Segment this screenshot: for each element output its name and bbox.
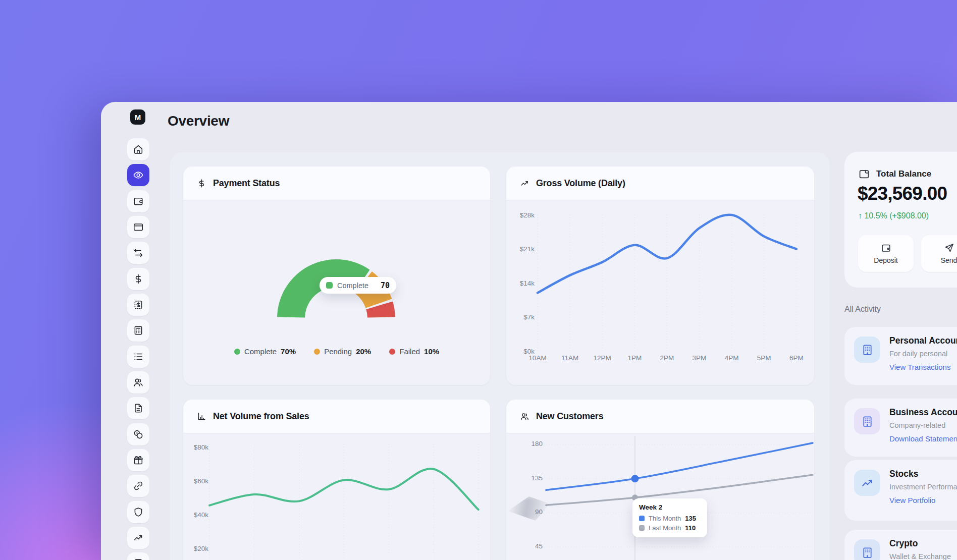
y-axis-tick: $21k: [506, 245, 535, 253]
tooltip-row-this-month: This Month135: [639, 515, 701, 522]
tooltip-title: Week 2: [639, 503, 701, 511]
sidebar-item-calculator[interactable]: [127, 319, 149, 342]
y-axis-tick: 180: [506, 440, 543, 447]
tooltip-swatch: [326, 282, 333, 289]
sidebar-item-rewards[interactable]: [127, 449, 149, 471]
sidebar-item-overview[interactable]: [127, 164, 149, 186]
sidebar-item-customers[interactable]: [127, 371, 149, 394]
page-title: Overview: [168, 113, 229, 129]
x-axis-tick: 6PM: [780, 354, 813, 362]
total-balance-header: Total Balance: [858, 168, 931, 180]
device-partial-icon: [133, 558, 144, 560]
x-axis-tick: 1PM: [618, 354, 651, 362]
card-title: Gross Volume (Daily): [536, 178, 625, 189]
y-axis-tick: $7k: [506, 313, 535, 321]
wallet-icon: [133, 196, 144, 207]
transfer-arrows-icon: [133, 247, 144, 258]
users-icon: [133, 377, 144, 388]
view-portfolio-link[interactable]: View Portfolio: [889, 496, 935, 505]
total-balance-label: Total Balance: [876, 169, 931, 179]
home-icon: [133, 144, 144, 155]
building-icon: [861, 343, 874, 357]
screen: M Overview: [0, 0, 957, 560]
sidebar-item-wallet[interactable]: [127, 190, 149, 212]
legend-item-pending: Pending20%: [314, 347, 371, 356]
send-button[interactable]: Send: [921, 235, 957, 272]
y-axis-tick: $60k: [183, 477, 208, 485]
sidebar-item-coins[interactable]: [127, 423, 149, 445]
sidebar-item-invoices[interactable]: [127, 294, 149, 316]
balance-change: ↑ 10.5% (+$908.00): [858, 211, 929, 220]
sidebar-item-cards[interactable]: [127, 216, 149, 238]
deposit-button[interactable]: Deposit: [858, 235, 914, 272]
legend-dot: [314, 349, 320, 355]
sidebar-item-documents[interactable]: [127, 397, 149, 419]
card-header: Gross Volume (Daily): [506, 166, 814, 200]
total-balance-card: Total Balance $23,569.00 ↑ 10.5% (+$908.…: [844, 152, 957, 288]
sidebar-item-transfers[interactable]: [127, 242, 149, 264]
account-subtitle: Company-related: [889, 421, 945, 429]
sidebar-item-list[interactable]: [127, 346, 149, 368]
account-icon-tile: [854, 337, 880, 363]
tooltip-label: Complete: [337, 282, 368, 290]
sidebar-item-device[interactable]: [127, 552, 149, 560]
legend-dot: [389, 349, 395, 355]
document-icon: [133, 403, 144, 414]
gauge-tooltip: Complete 70: [320, 277, 396, 294]
view-transactions-link[interactable]: View Transactions: [889, 363, 950, 371]
account-title: Stocks: [889, 469, 918, 479]
activity-card-stocks[interactable]: Stocks Investment Performance View Portf…: [844, 460, 957, 521]
send-plane-icon: [944, 243, 954, 253]
activity-card-crypto[interactable]: Crypto Wallet & Exchange: [844, 530, 957, 560]
link-icon: [133, 480, 144, 491]
account-icon-tile: [854, 408, 880, 434]
card-header: New Customers: [506, 400, 814, 433]
activity-card-personal-account[interactable]: Personal Account For daily personal View…: [844, 327, 957, 385]
x-axis-tick: 5PM: [748, 354, 780, 362]
trending-up-icon: [520, 179, 529, 188]
legend-dot: [234, 349, 240, 355]
card-header: Net Volume from Sales: [183, 400, 490, 433]
account-subtitle: For daily personal: [889, 350, 947, 358]
legend-item-failed: Failed10%: [389, 347, 439, 356]
y-axis-tick: 135: [506, 474, 543, 482]
y-axis-tick: 45: [506, 542, 543, 550]
y-axis-tick: $28k: [506, 211, 535, 219]
x-axis-tick: 12PM: [586, 354, 618, 362]
x-axis-tick: 11AM: [554, 354, 586, 362]
account-title: Personal Account: [889, 335, 957, 346]
logo-letter: M: [135, 113, 141, 122]
download-statement-link[interactable]: Download Statement: [889, 434, 957, 443]
total-balance-amount: $23,569.00: [858, 183, 947, 204]
sidebar-item-payments[interactable]: [127, 268, 149, 290]
bar-chart-icon: [197, 412, 206, 421]
x-axis-tick: 4PM: [716, 354, 748, 362]
chart-tooltip: Week 2 This Month135 Last Month110: [632, 498, 707, 537]
shield-icon: [133, 507, 144, 518]
y-axis-tick: $14k: [506, 279, 535, 287]
payment-status-card: Complete 70 Complete70% Pending20% Faile…: [183, 166, 490, 385]
account-title: Crypto: [889, 538, 918, 549]
sidebar-item-security[interactable]: [127, 501, 149, 523]
app-logo: M: [130, 109, 145, 125]
list-icon: [133, 351, 144, 362]
all-activity-label: All Activity: [844, 305, 881, 314]
account-subtitle: Wallet & Exchange: [889, 552, 951, 560]
card-title: Payment Status: [213, 178, 280, 189]
sidebar-item-analytics[interactable]: [127, 527, 149, 549]
activity-card-business-account[interactable]: Business Account Company-related Downloa…: [844, 399, 957, 457]
dollar-icon: [133, 273, 144, 285]
x-axis-tick: 2PM: [651, 354, 683, 362]
building-icon: [861, 415, 874, 428]
tooltip-value: 70: [381, 281, 390, 290]
tooltip-swatch: [639, 525, 645, 531]
sidebar-item-home[interactable]: [127, 138, 149, 160]
tooltip-swatch: [639, 516, 645, 521]
eye-icon: [133, 170, 144, 181]
account-subtitle: Investment Performance: [889, 483, 957, 491]
x-axis-tick: 3PM: [683, 354, 716, 362]
new-customers-card: 1801359045 Week 2 This Month135 Last Mon…: [506, 400, 814, 560]
sidebar-item-links[interactable]: [127, 475, 149, 497]
building-icon: [861, 546, 874, 559]
calculator-icon: [133, 325, 144, 336]
